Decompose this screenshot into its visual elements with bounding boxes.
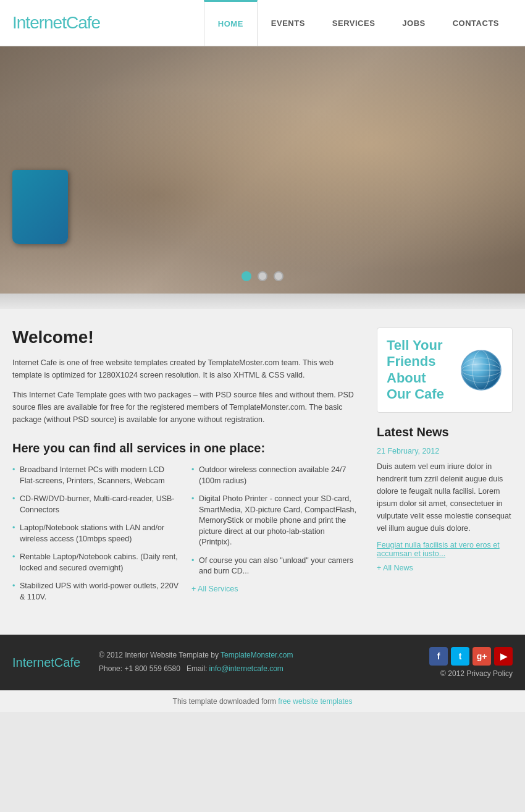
news-body: Duis autem vel eum iriure dolor in hendr…	[377, 460, 513, 535]
main-content: Welcome! Internet Cafe is one of free we…	[0, 309, 525, 635]
all-news-link[interactable]: + All News	[377, 564, 413, 572]
privacy-text: © 2012 Privacy Policy	[440, 669, 513, 678]
footer-email-label: Email:	[187, 664, 207, 673]
free-templates-link[interactable]: free website templates	[278, 697, 352, 706]
nav-events[interactable]: EVENTS	[258, 0, 319, 46]
footer-logo-internet: Internet	[12, 656, 54, 669]
header: InternetCafe HOME EVENTS SERVICES JOBS C…	[0, 0, 525, 46]
site-logo[interactable]: InternetCafe	[12, 13, 100, 33]
intro-paragraph-1: Internet Cafe is one of free website tem…	[12, 357, 358, 381]
footer-phone-label: Phone:	[99, 664, 122, 673]
social-icons: f t g+ ▶	[429, 647, 513, 666]
services-heading: Here you can find all services in one pl…	[12, 441, 358, 455]
footer-logo[interactable]: InternetCafe	[12, 656, 80, 670]
globe-icon	[460, 349, 503, 392]
social-sharing-box: Tell Your Friends About Our Cafe	[377, 328, 513, 413]
bottom-bar-text: This template downloaded form	[173, 697, 279, 706]
footer-social: f t g+ ▶ © 2012 Privacy Policy	[429, 647, 513, 678]
footer-logo-cafe: Cafe	[54, 656, 80, 669]
news-date: 21 February, 2012	[377, 447, 513, 455]
right-column: Tell Your Friends About Our Cafe	[377, 328, 513, 610]
templatemonster-link[interactable]: TemplateMonster.com	[220, 651, 293, 659]
services-right-col: Outdoor wireless connection available 24…	[191, 465, 358, 610]
services-list-left: Broadband Internet PCs with modern LCD F…	[12, 465, 179, 610]
facebook-icon[interactable]: f	[429, 647, 448, 666]
logo-internet: Internet	[12, 13, 66, 32]
list-item: Broadband Internet PCs with modern LCD F…	[12, 465, 179, 486]
nav-contacts[interactable]: CONTACTS	[439, 0, 513, 46]
services-list-right: Outdoor wireless connection available 24…	[191, 465, 358, 577]
google-plus-icon[interactable]: g+	[472, 647, 491, 666]
welcome-heading: Welcome!	[12, 328, 358, 347]
list-item: Stabilized UPS with world-power outlets,…	[12, 581, 179, 603]
list-item: Of course you can also "unload" your cam…	[191, 556, 358, 577]
youtube-icon[interactable]: ▶	[494, 647, 513, 666]
footer-phone: +1 800 559 6580	[124, 664, 180, 673]
footer: InternetCafe © 2012 Interior Website Tem…	[0, 635, 525, 690]
slider-dots	[242, 271, 284, 281]
logo-cafe: Cafe	[66, 13, 100, 32]
left-column: Welcome! Internet Cafe is one of free we…	[12, 328, 358, 610]
footer-copyright: © 2012 Interior Website Template by	[99, 651, 220, 659]
footer-email-link[interactable]: info@internetcafe.com	[209, 664, 284, 673]
list-item: CD-RW/DVD-burner, Multi-card-reader, USB…	[12, 494, 179, 515]
social-text: Tell Your Friends About Our Cafe	[387, 337, 453, 403]
footer-inner: InternetCafe © 2012 Interior Website Tem…	[12, 647, 513, 678]
list-item: Digital Photo Printer - connect your SD-…	[191, 494, 358, 548]
hero-image	[0, 46, 525, 294]
news-read-more-link[interactable]: Feugiat nulla facilisis at vero eros et …	[377, 541, 513, 558]
slider-dot-1[interactable]	[242, 271, 251, 281]
list-item: Laptop/Notebook stations with LAN and/or…	[12, 523, 179, 544]
twitter-icon[interactable]: t	[451, 647, 469, 666]
hero-slider	[0, 46, 525, 294]
slider-dot-2[interactable]	[258, 271, 267, 281]
nav-home[interactable]: HOME	[204, 0, 258, 46]
section-divider	[0, 294, 525, 309]
nav-jobs[interactable]: JOBS	[388, 0, 439, 46]
intro-paragraph-2: This Internet Cafe Template goes with tw…	[12, 389, 358, 426]
all-services-link[interactable]: + All Services	[191, 585, 358, 593]
footer-text: © 2012 Interior Website Template by Temp…	[99, 649, 411, 675]
services-grid: Broadband Internet PCs with modern LCD F…	[12, 465, 358, 610]
latest-news-section: Latest News 21 February, 2012 Duis autem…	[377, 425, 513, 572]
list-item: Rentable Laptop/Notebook cabins. (Daily …	[12, 552, 179, 573]
main-nav: HOME EVENTS SERVICES JOBS CONTACTS	[204, 0, 513, 46]
nav-services[interactable]: SERVICES	[319, 0, 389, 46]
slider-dot-3[interactable]	[274, 271, 284, 281]
news-heading: Latest News	[377, 425, 513, 439]
list-item: Outdoor wireless connection available 24…	[191, 465, 358, 486]
bottom-bar: This template downloaded form free websi…	[0, 690, 525, 712]
